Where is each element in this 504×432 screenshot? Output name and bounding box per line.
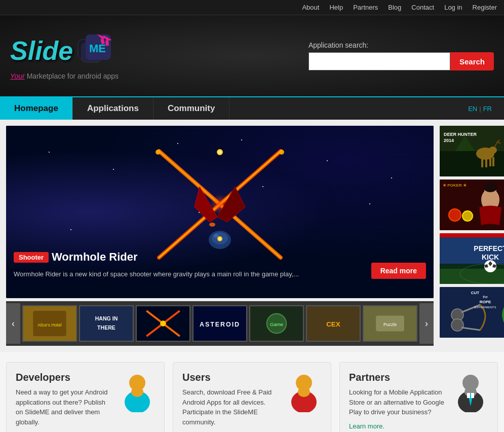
svg-rect-48 — [481, 157, 483, 167]
carousel-item-1[interactable]: Alice's Hotel — [22, 305, 77, 342]
carousel-items: Alice's Hotel HANG IN THERE — [20, 303, 419, 344]
svg-text:★ POKER ★: ★ POKER ★ — [443, 183, 467, 188]
bottom-section: Developers Need a way to get your Androi… — [0, 352, 504, 432]
svg-text:CEX: CEX — [326, 320, 340, 328]
thumbnail-carousel: ‹ Alice's Hotel HANG — [6, 301, 434, 346]
sidebar-thumbnails: DEER HUNTER 2014 ★ POKER ★ — [440, 126, 504, 346]
svg-text:ASTEROID: ASTEROID — [200, 321, 240, 328]
main-nav-left: Homepage Applications Community — [0, 97, 229, 120]
star-2 — [113, 169, 114, 170]
info-card-developers-text: Developers Need a way to get your Androi… — [16, 372, 113, 432]
main-navigation: Homepage Applications Community EN | FR — [0, 96, 504, 120]
svg-text:ROPE: ROPE — [480, 300, 491, 304]
svg-text:EXPERIMENTS: EXPERIMENTS — [474, 306, 496, 309]
tab-applications[interactable]: Applications — [73, 97, 153, 120]
top-nav-help[interactable]: Help — [327, 3, 345, 12]
svg-text:DEER HUNTER: DEER HUNTER — [444, 132, 477, 137]
logo-rest: Marketplace for android apps — [27, 72, 119, 80]
header: Slide ME Your Marketplace for android ap… — [0, 15, 504, 96]
users-avatar — [286, 372, 322, 412]
svg-point-67 — [449, 209, 461, 221]
svg-point-21 — [156, 150, 161, 155]
star-5 — [327, 160, 328, 161]
svg-point-81 — [451, 319, 463, 331]
featured-badge: Shooter — [14, 252, 49, 263]
svg-point-18 — [209, 223, 215, 227]
carousel-item-7[interactable]: Puzzle — [363, 305, 417, 342]
partners-body: Looking for a Mobile Application Store o… — [349, 387, 447, 417]
top-nav-blog[interactable]: Blog — [386, 3, 403, 12]
carousel-item-2[interactable]: HANG IN THERE — [79, 305, 134, 342]
info-card-developers: Developers Need a way to get your Androi… — [6, 362, 165, 432]
star-8 — [70, 229, 71, 230]
carousel-item-3[interactable] — [136, 305, 190, 342]
tab-community[interactable]: Community — [153, 97, 230, 120]
language-switcher: EN | FR — [456, 97, 504, 120]
search-area: Application search: Search — [308, 41, 494, 70]
svg-text:THERE: THERE — [97, 325, 115, 331]
sidebar-thumb-soccer[interactable]: PERFECT KICK — [440, 233, 504, 284]
svg-rect-75 — [440, 233, 504, 237]
svg-rect-49 — [485, 157, 487, 167]
lang-en[interactable]: EN — [468, 105, 477, 113]
lang-fr[interactable]: FR — [483, 105, 492, 113]
read-more-button[interactable]: Read more — [371, 263, 426, 279]
svg-rect-50 — [489, 157, 491, 166]
carousel-item-4[interactable]: ASTEROID — [192, 305, 247, 342]
carousel-item-7-label: Puzzle — [364, 306, 416, 341]
search-button[interactable]: Search — [450, 52, 494, 70]
top-navigation: About Help Partners Blog Contact Log in … — [0, 0, 504, 15]
carousel-item-6[interactable]: CEX — [306, 305, 361, 342]
svg-text:Alice's Hotel: Alice's Hotel — [37, 322, 61, 328]
svg-text:the: the — [483, 295, 488, 299]
svg-point-97 — [131, 387, 143, 397]
top-nav-register[interactable]: Register — [471, 3, 499, 12]
svg-text:PERFECT: PERFECT — [474, 244, 504, 253]
svg-rect-105 — [467, 393, 470, 398]
svg-point-32 — [160, 320, 166, 327]
info-card-partners: Partners Looking for a Mobile Applicatio… — [339, 362, 498, 432]
developers-avatar — [120, 372, 155, 412]
lang-separator: | — [479, 105, 481, 113]
top-nav-contact[interactable]: Contact — [409, 3, 436, 12]
logo-area: Slide ME Your Marketplace for android ap… — [10, 32, 121, 80]
top-nav-about[interactable]: About — [300, 3, 321, 12]
svg-point-20 — [218, 150, 222, 154]
carousel-prev[interactable]: ‹ — [6, 303, 20, 344]
logo-text-slide: Slide — [10, 35, 73, 66]
tab-homepage[interactable]: Homepage — [0, 97, 73, 120]
featured-description: Wormhole Rider is a new kind of space sh… — [14, 270, 373, 278]
svg-rect-51 — [492, 157, 494, 166]
carousel-item-2-label: HANG IN THERE — [80, 306, 133, 341]
info-card-users: Users Search, download Free & Paid Andro… — [173, 362, 331, 432]
partners-learn-more[interactable]: Learn more. — [349, 422, 384, 430]
svg-point-100 — [298, 387, 310, 397]
carousel-item-5[interactable]: Game — [249, 305, 304, 342]
developers-body: Need a way to get your Android applicati… — [16, 387, 113, 427]
star-10 — [391, 177, 392, 178]
top-nav-login[interactable]: Log in — [442, 3, 464, 12]
content-area: Shooter Wormhole Rider Wormhole Rider is… — [0, 120, 504, 352]
search-row: Search — [308, 52, 494, 70]
partners-title: Partners — [349, 372, 447, 383]
sidebar-thumb-deer-hunter[interactable]: DEER HUNTER 2014 — [440, 126, 504, 176]
carousel-item-4-label: ASTEROID — [193, 306, 246, 341]
logo-your: Your — [10, 72, 25, 80]
svg-point-22 — [279, 150, 284, 155]
users-body: Search, download Free & Paid Android App… — [182, 387, 280, 427]
featured-title: Wormhole Rider — [52, 250, 138, 264]
logo-icon[interactable]: ME — [75, 32, 121, 70]
logo-row: Slide ME — [10, 32, 121, 70]
top-nav-partners[interactable]: Partners — [351, 3, 380, 12]
svg-text:HANG IN: HANG IN — [95, 315, 118, 321]
carousel-next[interactable]: › — [419, 303, 434, 344]
sidebar-thumb-poker[interactable]: ★ POKER ★ — [440, 179, 504, 230]
svg-text:Game: Game — [270, 321, 283, 327]
search-input[interactable] — [308, 52, 450, 70]
svg-point-66 — [483, 182, 497, 192]
sidebar-thumb-cut-the-rope[interactable]: CUT the ROPE EXPERIMENTS — [440, 287, 504, 338]
svg-text:CUT: CUT — [471, 291, 480, 295]
featured-banner[interactable]: Shooter Wormhole Rider Wormhole Rider is… — [6, 126, 434, 298]
logo-subtitle: Your Marketplace for android apps — [10, 72, 121, 80]
developers-title: Developers — [16, 372, 113, 383]
